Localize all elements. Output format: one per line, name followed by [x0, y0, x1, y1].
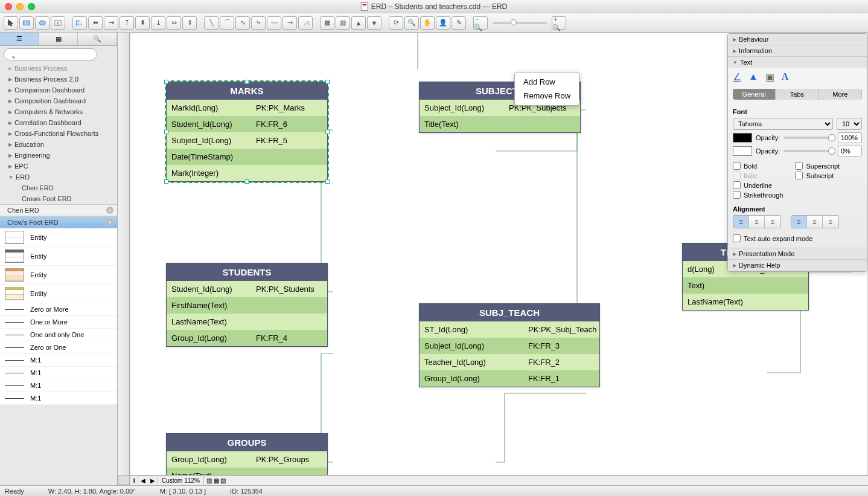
erd-row[interactable]: FirstName(Text) [167, 297, 327, 314]
align-left-button[interactable]: ≡ [733, 216, 749, 228]
erd-row[interactable]: Name(Text) [167, 468, 327, 475]
bold-checkbox[interactable] [733, 162, 741, 170]
line-tool[interactable]: ╲ [204, 16, 219, 30]
italic-checkbox[interactable] [733, 172, 741, 179]
props-tab-tabs[interactable]: Tabs [776, 89, 819, 100]
bg-color-swatch[interactable] [733, 146, 752, 156]
stencil-connector[interactable]: One and only One [0, 329, 117, 341]
stencil-entity[interactable]: Entity [0, 266, 117, 285]
erd-table-subj_teach[interactable]: SUBJ_TEACHST_Id(Long)PK:PK_Subj_TeachSub… [419, 303, 600, 387]
zoom-tool[interactable]: 🔍 [404, 16, 419, 30]
erd-row[interactable]: Subject_Id(Long)FK:FR_5 [167, 132, 327, 149]
align-left-tool[interactable] [72, 16, 87, 30]
stencil-connector[interactable]: M:1 [0, 367, 117, 379]
selection-handle[interactable] [245, 80, 249, 84]
category-item[interactable]: Computers & Networks [0, 106, 117, 117]
rect-tool[interactable] [19, 16, 34, 30]
erd-row[interactable]: Date(TimeStamp) [167, 149, 327, 165]
pointer-tool[interactable] [4, 16, 18, 30]
smart-connector-tool[interactable]: ⇢ [282, 16, 297, 30]
align-right-button[interactable]: ≡ [765, 216, 780, 228]
text-tool[interactable]: T [51, 16, 65, 30]
props-text-header[interactable]: Text [728, 57, 867, 68]
erd-row[interactable]: Text) [683, 277, 808, 294]
erd-row[interactable]: LastName(Text) [683, 294, 808, 310]
sidebar-tab-search[interactable]: 🔍 [78, 33, 117, 45]
selection-handle[interactable] [245, 179, 249, 184]
erd-table-students[interactable]: STUDENTSStudent_Id(Long)PK:PK_StudentsFi… [166, 263, 328, 347]
strike-checkbox[interactable] [733, 191, 741, 199]
text-opacity-input[interactable] [838, 132, 862, 143]
category-item-erd[interactable]: ERD [0, 172, 117, 182]
stencil-connector[interactable]: M:1 [0, 392, 117, 405]
erd-row[interactable]: Title(Text) [420, 116, 580, 132]
erd-row[interactable]: Group_Id(Long)FK:FR_4 [167, 330, 327, 346]
selection-handle[interactable] [325, 130, 330, 134]
props-behaviour-header[interactable]: Behaviour [728, 34, 867, 45]
stencil-connector[interactable]: Zero or More [0, 303, 117, 316]
category-item[interactable]: Business Process 2,0 [0, 74, 117, 85]
connector-tool[interactable]: ⤷ [251, 16, 266, 30]
align-center-h-tool[interactable]: ⬌ [88, 16, 103, 30]
props-presentation-header[interactable]: Presentation Mode [728, 248, 867, 259]
polyline-tool[interactable]: ⩘ [298, 16, 313, 30]
valign-bottom-button[interactable]: ≡ [823, 216, 838, 228]
library-search-input[interactable] [4, 48, 97, 60]
ellipse-tool[interactable] [35, 16, 49, 30]
valign-middle-button[interactable]: ≡ [807, 216, 823, 228]
text-color-swatch[interactable] [733, 133, 752, 143]
erd-row[interactable]: Student_Id(Long)FK:FR_6 [167, 116, 327, 132]
stencil-entity[interactable]: Entity [0, 228, 117, 247]
stencil-connector[interactable]: M:1 [0, 379, 117, 392]
selection-handle[interactable] [325, 179, 330, 184]
category-item[interactable]: Engineering [0, 150, 117, 161]
ctx-add-row[interactable]: Add Row [515, 75, 579, 89]
valign-top-button[interactable]: ≡ [791, 216, 807, 228]
erd-table-groups[interactable]: GROUPSGroup_Id(Long)PK:PK_GroupsName(Tex… [166, 433, 328, 475]
subscript-checkbox[interactable] [795, 172, 803, 179]
zoom-slider[interactable] [493, 22, 547, 24]
category-item[interactable]: EPC [0, 161, 117, 172]
zoom-in-button[interactable]: ＋🔍 [552, 16, 566, 30]
erd-row[interactable]: LastName(Text) [167, 314, 327, 330]
category-item[interactable]: Business Process [0, 63, 117, 74]
crop-tool[interactable]: ✎ [452, 16, 466, 30]
zoom-readout[interactable]: Custom 112% [158, 476, 204, 485]
fill-style-icon[interactable]: ▲ [748, 71, 758, 83]
arc-tool[interactable]: ⌒ [220, 16, 234, 30]
category-item[interactable]: Education [0, 139, 117, 150]
category-item[interactable]: Cross-Functional Flowcharts [0, 128, 117, 139]
ungroup-tool[interactable]: ▥ [336, 16, 350, 30]
group-tool[interactable]: ▦ [320, 16, 334, 30]
erd-row[interactable]: Group_Id(Long)PK:PK_Groups [167, 451, 327, 468]
category-item[interactable]: Correlation Dashboard [0, 117, 117, 128]
text-opacity-slider[interactable]: .slider::after{left:calc(100% - 10px);} [783, 137, 834, 139]
props-information-header[interactable]: Information [728, 45, 867, 56]
erd-table-marks[interactable]: MARKSMarkId(Long)PK:PK_MarksStudent_Id(L… [166, 82, 328, 182]
bg-opacity-input[interactable] [838, 146, 862, 156]
selection-handle[interactable] [164, 179, 168, 184]
stencil-entity[interactable]: Entity [0, 285, 117, 303]
library-tab[interactable]: Chen ERD× [0, 204, 117, 216]
props-help-header[interactable]: Dynamic Help [728, 260, 867, 271]
stencil-connector[interactable]: One or More [0, 316, 117, 329]
auto-expand-checkbox[interactable] [733, 234, 741, 242]
close-window-button[interactable] [5, 3, 12, 10]
erd-row[interactable]: Student_Id(Long)PK:PK_Students [167, 281, 327, 297]
zoom-window-button[interactable] [28, 3, 35, 10]
erd-row[interactable]: MarkId(Long)PK:PK_Marks [167, 100, 327, 116]
erd-row[interactable]: Mark(Integer) [167, 165, 327, 181]
distribute-v-tool[interactable]: ⇕ [182, 16, 197, 30]
stencil-connector[interactable]: M:1 [0, 354, 117, 367]
zoom-out-button[interactable]: －🔍 [473, 16, 488, 30]
stencil-connector[interactable]: Zero or One [0, 341, 117, 354]
close-icon[interactable]: × [106, 219, 113, 226]
sidebar-tab-libraries[interactable]: ☰ [0, 33, 39, 45]
category-child[interactable]: Crows Foot ERD [0, 193, 117, 204]
selection-handle[interactable] [325, 80, 330, 84]
superscript-checkbox[interactable] [795, 162, 803, 170]
props-tab-more[interactable]: More [819, 89, 862, 100]
align-center-button[interactable]: ≡ [749, 216, 765, 228]
align-top-tool[interactable]: ⤒ [120, 16, 134, 30]
erd-row[interactable]: Group_Id(Long)FK:FR_1 [420, 370, 599, 387]
